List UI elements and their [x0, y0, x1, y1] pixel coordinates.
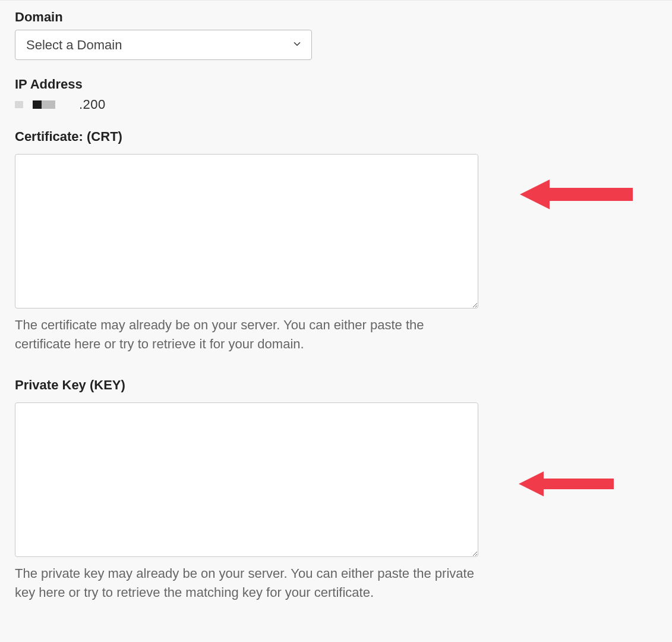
- domain-select-wrapper: Select a Domain: [15, 30, 312, 60]
- svg-marker-1: [519, 471, 614, 496]
- certificate-help-text: The certificate may already be on your s…: [15, 316, 478, 354]
- certificate-label: Certificate: (CRT): [15, 129, 657, 144]
- domain-label: Domain: [15, 10, 657, 25]
- arrow-left-icon: [519, 467, 620, 503]
- ip-value: .200: [15, 97, 657, 112]
- certificate-section: Certificate: (CRT) The certificate may a…: [15, 129, 657, 354]
- private-key-section: Private Key (KEY) The private key may al…: [15, 377, 657, 602]
- ip-label: IP Address: [15, 77, 657, 92]
- private-key-textarea[interactable]: [15, 402, 478, 557]
- ip-redacted-segment-2: [33, 100, 55, 109]
- ip-redacted-segment-1: [15, 101, 23, 108]
- svg-marker-0: [520, 180, 633, 209]
- arrow-left-icon: [520, 174, 639, 218]
- private-key-help-text: The private key may already be on your s…: [15, 564, 478, 602]
- certificate-textarea[interactable]: [15, 154, 478, 309]
- domain-select[interactable]: Select a Domain: [15, 30, 312, 60]
- ip-field-group: IP Address .200: [15, 77, 657, 112]
- ip-suffix: .200: [79, 97, 106, 112]
- domain-field-group: Domain Select a Domain: [15, 10, 657, 60]
- private-key-label: Private Key (KEY): [15, 377, 657, 393]
